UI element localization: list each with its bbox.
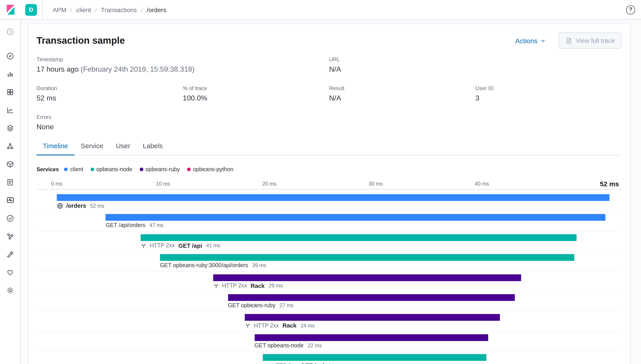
breadcrumb-item[interactable]: Transactions bbox=[101, 6, 137, 13]
waterfall-row[interactable]: HTTP 2xxGET /api21 ms bbox=[37, 352, 621, 364]
legend-item-client[interactable]: client bbox=[64, 166, 83, 172]
waterfall-item-name: GET opbeans-ruby:3000/api/orders bbox=[160, 262, 248, 268]
actions-dropdown[interactable]: Actions bbox=[515, 37, 546, 44]
services-legend-items: clientopbeans-nodeopbeans-rubyopbeans-py… bbox=[64, 166, 241, 172]
waterfall-bar[interactable] bbox=[213, 274, 521, 281]
sidebar-item-discover[interactable] bbox=[2, 47, 18, 65]
top-header: D APM/client/Transactions//orders ? bbox=[0, 0, 641, 20]
waterfall-item-duration: 27 ms bbox=[279, 303, 294, 308]
waterfall-row[interactable]: GET /api/orders47 ms bbox=[37, 212, 621, 232]
field-label: Errors bbox=[37, 114, 329, 120]
field-value: N/A bbox=[329, 94, 475, 102]
waterfall-item-name: GET opbeans-ruby bbox=[228, 302, 275, 308]
waterfall-row[interactable]: GET opbeans-ruby:3000/api/orders39 ms bbox=[37, 252, 621, 272]
sidebar-item-graph[interactable] bbox=[2, 227, 18, 245]
waterfall-bar[interactable] bbox=[106, 214, 605, 221]
field-label: % of trace bbox=[183, 85, 329, 92]
waterfall-label: GET opbeans-ruby:3000/api/orders39 ms bbox=[160, 262, 266, 268]
waterfall-item-name: GET opbeans-node bbox=[254, 342, 304, 348]
field-duration: Duration 52 ms bbox=[37, 85, 183, 102]
breadcrumb-separator: / bbox=[95, 6, 97, 13]
waterfall-bar[interactable] bbox=[245, 314, 500, 321]
discover-icon bbox=[6, 52, 14, 60]
waterfall-row[interactable]: HTTP 2xxRack29 ms bbox=[37, 272, 621, 292]
waterfall-row[interactable]: HTTP 2xxRack24 ms bbox=[37, 312, 621, 332]
sidebar-item-dashboard[interactable] bbox=[2, 83, 18, 101]
sidebar-item-management[interactable] bbox=[2, 281, 18, 299]
sidebar-item-infrastructure[interactable] bbox=[2, 155, 18, 173]
axis-tick: 40 ms bbox=[475, 181, 489, 186]
waterfall-item-duration: 29 ms bbox=[269, 283, 283, 288]
waterfall-item-duration: 41 ms bbox=[206, 243, 220, 248]
globe-icon bbox=[57, 202, 63, 209]
waterfall-track: GET opbeans-ruby:3000/api/orders39 ms bbox=[57, 252, 609, 271]
legend-dot bbox=[64, 168, 68, 171]
visualize-icon bbox=[6, 70, 14, 78]
waterfall-track: HTTP 2xxRack29 ms bbox=[57, 272, 609, 291]
breadcrumb-item: /orders bbox=[147, 6, 166, 13]
tab-timeline[interactable]: Timeline bbox=[37, 138, 74, 156]
tab-service[interactable]: Service bbox=[74, 138, 110, 155]
sidebar-item-machine-learning[interactable] bbox=[2, 137, 18, 155]
space-avatar[interactable]: D bbox=[25, 4, 37, 16]
sidebar-item-timelion[interactable] bbox=[2, 101, 18, 119]
sidebar-item-uptime[interactable] bbox=[2, 209, 18, 227]
waterfall-bar[interactable] bbox=[228, 294, 515, 301]
waterfall-row[interactable]: /orders52 ms bbox=[37, 192, 621, 212]
legend-item-opbeans-python[interactable]: opbeans-python bbox=[187, 166, 233, 172]
waterfall-item-duration: 47 ms bbox=[149, 223, 164, 228]
actions-label: Actions bbox=[515, 37, 537, 44]
field-timestamp: Timestamp 17 hours ago (February 24th 20… bbox=[37, 56, 329, 74]
view-full-trace-button[interactable]: View full trace bbox=[558, 32, 621, 49]
legend-label: opbeans-python bbox=[193, 166, 233, 172]
span-result-prefix: HTTP 2xx bbox=[272, 362, 297, 364]
tab-user[interactable]: User bbox=[110, 138, 136, 155]
legend-dot bbox=[187, 168, 191, 171]
waterfall-item-name: /orders bbox=[66, 202, 86, 209]
monitoring-icon bbox=[6, 268, 14, 276]
sidebar-item-dev-tools[interactable] bbox=[2, 245, 18, 263]
field-value: 52 ms bbox=[37, 94, 183, 102]
sidebar-item-apm[interactable] bbox=[2, 191, 18, 209]
waterfall-bar[interactable] bbox=[160, 254, 574, 261]
waterfall-row[interactable]: HTTP 2xxGET /api41 ms bbox=[37, 232, 621, 252]
logs-icon bbox=[6, 178, 14, 186]
sidebar-item-monitoring[interactable] bbox=[2, 263, 18, 281]
kibana-logo[interactable] bbox=[0, 4, 21, 15]
axis-tick: 30 ms bbox=[368, 181, 383, 186]
apm-icon bbox=[6, 196, 14, 204]
waterfall-row[interactable]: GET opbeans-node22 ms bbox=[37, 331, 621, 352]
waterfall-bar[interactable] bbox=[263, 354, 486, 361]
kibana-logo-icon bbox=[5, 4, 16, 15]
waterfall-bar[interactable] bbox=[254, 334, 488, 341]
axis-max-label: 52 ms bbox=[600, 180, 619, 188]
dashboard-icon bbox=[6, 88, 14, 96]
waterfall-item-name: Rack bbox=[251, 282, 265, 289]
breadcrumb-item[interactable]: client bbox=[76, 6, 91, 13]
legend-dot bbox=[90, 168, 94, 171]
waterfall-label: HTTP 2xxGET /api41 ms bbox=[141, 242, 220, 249]
sidebar-item-logs[interactable] bbox=[2, 173, 18, 191]
infrastructure-icon bbox=[6, 160, 14, 168]
field-trace-pct: % of trace 100.0% bbox=[183, 85, 329, 102]
legend-item-opbeans-node[interactable]: opbeans-node bbox=[90, 166, 132, 172]
tab-labels[interactable]: Labels bbox=[137, 138, 169, 155]
breadcrumb-item[interactable]: APM bbox=[53, 6, 67, 13]
waterfall-track: /orders52 ms bbox=[57, 192, 609, 211]
field-label: User ID bbox=[475, 85, 621, 92]
axis-tick: 10 ms bbox=[156, 181, 170, 186]
maps-icon bbox=[6, 124, 14, 132]
waterfall-bar[interactable] bbox=[57, 194, 609, 201]
legend-item-opbeans-ruby[interactable]: opbeans-ruby bbox=[140, 166, 180, 172]
span-result-prefix: HTTP 2xx bbox=[254, 322, 279, 329]
sidebar-item-visualize[interactable] bbox=[2, 65, 18, 83]
axis-tick: 20 ms bbox=[262, 181, 277, 186]
sidebar-item-maps[interactable] bbox=[2, 119, 18, 137]
field-user-id: User ID 3 bbox=[475, 85, 621, 102]
sidebar-item-recently-viewed[interactable] bbox=[2, 25, 18, 38]
help-icon[interactable]: ? bbox=[626, 5, 635, 14]
main-content: Transaction sample Actions View full bbox=[21, 20, 641, 364]
waterfall-bar[interactable] bbox=[141, 234, 576, 241]
waterfall-item-name: GET /api bbox=[300, 362, 324, 364]
waterfall-row[interactable]: GET opbeans-ruby27 ms bbox=[37, 292, 621, 312]
